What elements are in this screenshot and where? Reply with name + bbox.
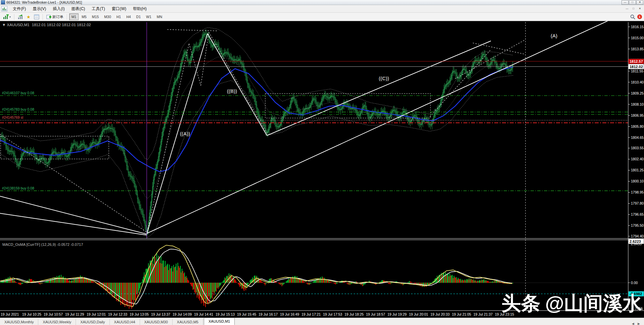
- macd-histogram-bar: [136, 283, 137, 294]
- candle-body: [440, 105, 440, 107]
- tab-xauusd-m30[interactable]: XAUUSD,M30: [140, 319, 173, 325]
- tab-xauusd-m1[interactable]: XAUUSD,M1: [204, 318, 235, 325]
- dashed-trend-line[interactable]: [147, 44, 189, 234]
- child-window-controls: — □ ✕: [624, 6, 644, 11]
- candle-body: [220, 49, 220, 51]
- order-label[interactable]: #24145783 buy 0.08: [2, 107, 34, 111]
- toolbar-right: 1: [630, 14, 644, 19]
- candle-body: [277, 126, 277, 126]
- candle-body: [193, 50, 193, 53]
- price-tick-label: 1797.80: [631, 201, 644, 205]
- tab-scroll-arrows[interactable]: ◀ ▶: [632, 322, 644, 325]
- macd-histogram-bar: [392, 283, 392, 283]
- menu-h[interactable]: 帮助(H): [130, 5, 150, 12]
- menu-f[interactable]: 文件(F): [9, 5, 29, 12]
- time-axis-label: 19 Jul 15:13: [216, 312, 235, 316]
- child-restore-button[interactable]: □: [631, 6, 636, 11]
- candle-body: [386, 115, 387, 117]
- trend-line[interactable]: [267, 41, 491, 136]
- order-label[interactable]: #24146107 buy 0.08: [2, 91, 34, 95]
- timeframe-h1[interactable]: H1: [114, 13, 123, 20]
- macd-histogram-bar: [286, 281, 286, 283]
- wave-label[interactable]: ((A)): [180, 131, 190, 137]
- menu-i[interactable]: 插入(I): [49, 5, 68, 12]
- macd-histogram-bar: [262, 281, 262, 283]
- menu-w[interactable]: 窗口(W): [108, 5, 130, 12]
- menu-t[interactable]: 工具(T): [88, 5, 108, 12]
- macd-histogram-bar: [469, 278, 469, 283]
- child-minimize-button[interactable]: —: [624, 6, 630, 11]
- chart-canvas[interactable]: 1816.151815.001813.851812.701811.551810.…: [0, 21, 644, 318]
- wave-label[interactable]: ((C)): [379, 75, 389, 81]
- wave-label[interactable]: (A): [551, 33, 557, 39]
- maximize-button[interactable]: □: [629, 0, 636, 5]
- dashed-trend-line[interactable]: [473, 43, 525, 54]
- timeframe-mn[interactable]: MN: [154, 13, 165, 20]
- child-close-button[interactable]: ✕: [637, 6, 643, 11]
- trend-line[interactable]: [0, 213, 147, 235]
- market-watch-button[interactable]: [32, 13, 41, 20]
- candle-body: [360, 114, 360, 116]
- tab-xauusd-m5[interactable]: XAUUSD,M5: [173, 319, 203, 325]
- macd-histogram-bar: [21, 283, 22, 284]
- candle-body: [266, 128, 266, 132]
- timeframe-m30[interactable]: M30: [102, 13, 113, 20]
- macd-histogram-bar: [314, 281, 314, 283]
- timeframe-m1[interactable]: M1: [69, 13, 79, 20]
- macd-histogram-bar: [221, 283, 222, 283]
- candle-body: [235, 60, 236, 60]
- menu-c[interactable]: 图表(C): [68, 5, 89, 12]
- macd-histogram-bar: [12, 278, 13, 283]
- minimize-button[interactable]: —: [622, 0, 629, 5]
- candle-body: [81, 145, 82, 146]
- trend-line[interactable]: [0, 196, 147, 234]
- timeframe-h4[interactable]: H4: [124, 13, 133, 20]
- timeframe-m15[interactable]: M15: [90, 13, 101, 20]
- candle-body: [67, 156, 67, 157]
- order-label[interactable]: #24138159 buy 0.08: [2, 186, 34, 190]
- candle-body: [82, 144, 83, 145]
- dashed-trend-line[interactable]: [430, 50, 490, 117]
- new-chart-button[interactable]: ▾: [1, 13, 12, 20]
- dashed-trend-line[interactable]: [189, 44, 201, 86]
- timeframe-d1[interactable]: D1: [134, 13, 143, 20]
- tab-xauusd-daily[interactable]: XAUUSD,Daily: [76, 319, 109, 325]
- candle-body: [46, 162, 46, 163]
- dashed-trend-line[interactable]: [455, 40, 525, 79]
- candle-body: [10, 151, 11, 151]
- macd-histogram-bar: [227, 276, 228, 283]
- candle-body: [138, 199, 139, 203]
- candle-body: [351, 109, 351, 109]
- macd-histogram-bar: [465, 280, 466, 283]
- close-button[interactable]: ✕: [636, 0, 643, 5]
- tab-xauusd-monthly[interactable]: XAUUSD,Monthly: [0, 319, 38, 325]
- order-label[interactable]: #24145769 sl: [2, 115, 23, 119]
- tab-xauusd-weekly[interactable]: XAUUSD,Weekly: [38, 319, 76, 325]
- timeframe-m5[interactable]: M5: [79, 13, 89, 20]
- search-icon[interactable]: [630, 14, 635, 19]
- wave-label[interactable]: ((B)): [227, 88, 237, 94]
- candle-body: [211, 44, 212, 45]
- candle-body: [209, 37, 209, 40]
- notification-badge[interactable]: 1: [637, 14, 642, 19]
- trend-line[interactable]: [147, 21, 614, 233]
- menu-v[interactable]: 显示(V): [29, 5, 49, 12]
- timeframe-w1[interactable]: W1: [144, 13, 154, 20]
- candle-body: [249, 87, 249, 89]
- trend-line[interactable]: [147, 34, 208, 234]
- macd-histogram-bar: [74, 279, 75, 283]
- tab-xauusd-h4[interactable]: XAUUSD,H4: [110, 319, 140, 325]
- macd-histogram-bar: [246, 283, 247, 287]
- dashed-trend-line[interactable]: [167, 30, 218, 31]
- profiles-button[interactable]: [16, 13, 25, 20]
- candle-body: [441, 99, 442, 103]
- dashed-trend-line[interactable]: [0, 134, 147, 232]
- candle-body: [421, 124, 422, 124]
- candle-body: [194, 46, 195, 48]
- new-order-button[interactable]: 新订单: [45, 13, 65, 20]
- favorites-button[interactable]: ★: [25, 13, 32, 20]
- macd-histogram-bar: [432, 282, 432, 283]
- macd-histogram-bar: [95, 283, 96, 283]
- candle-body: [487, 62, 488, 65]
- candle-body: [297, 107, 298, 110]
